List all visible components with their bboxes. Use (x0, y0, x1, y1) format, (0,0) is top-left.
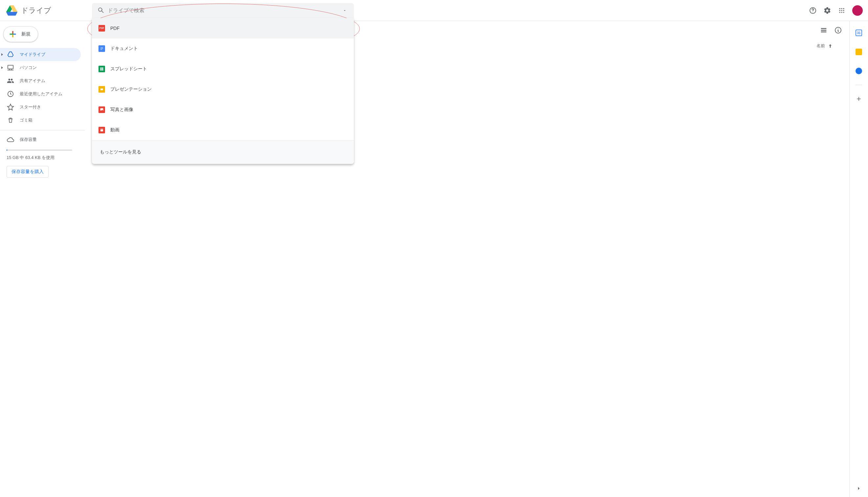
svg-point-14 (839, 12, 840, 13)
rail-collapse-icon[interactable] (852, 482, 865, 495)
new-button[interactable]: 新規 (3, 26, 38, 42)
help-icon[interactable] (806, 4, 820, 17)
plus-icon (8, 30, 17, 39)
suggestion-video[interactable]: 動画 (92, 120, 354, 140)
search-wrap: PDF PDF ドキュメント スプレッドシート プレゼンテーション (92, 3, 354, 18)
search-bar[interactable] (92, 3, 354, 18)
pdf-icon: PDF (99, 25, 105, 31)
nav: マイドライブ パソコン 共有アイテム 最近使用したアイテム (0, 48, 85, 146)
drive-logo-icon (5, 4, 18, 17)
image-icon (99, 106, 105, 113)
svg-point-16 (843, 12, 844, 13)
nav-label: 共有アイテム (20, 78, 45, 84)
sidebar-item-starred[interactable]: スター付き (0, 100, 81, 114)
tasks-icon (855, 68, 862, 74)
cloud-icon (6, 136, 14, 143)
svg-marker-2 (6, 12, 17, 15)
header-icons (806, 4, 863, 17)
info-icon[interactable] (832, 24, 845, 37)
suggestion-footer-label: もっとツールを見る (100, 149, 141, 155)
svg-point-12 (841, 10, 842, 11)
suggestion-label: PDF (110, 26, 119, 31)
search-suggestions: PDF PDF ドキュメント スプレッドシート プレゼンテーション (92, 18, 354, 164)
svg-point-7 (812, 12, 813, 13)
sidebar-item-trash[interactable]: ゴミ箱 (0, 114, 81, 127)
account-avatar[interactable] (852, 5, 863, 16)
calendar-icon: 31 (855, 30, 862, 36)
video-icon (99, 127, 105, 133)
expand-caret-icon[interactable] (1, 53, 3, 56)
suggestion-label: スプレッドシート (110, 66, 147, 72)
expand-caret-icon[interactable] (1, 66, 3, 69)
divider (855, 85, 862, 85)
suggestion-label: ドキュメント (110, 46, 138, 52)
storage-bar (6, 150, 72, 151)
nav-label: 最近使用したアイテム (20, 91, 62, 97)
rail-add-app[interactable] (852, 92, 865, 105)
column-name-label: 名前 (816, 43, 825, 49)
nav-label: パソコン (20, 65, 37, 71)
sidebar-item-computers[interactable]: パソコン (0, 61, 81, 74)
rail-app-keep[interactable] (852, 45, 865, 58)
svg-marker-1 (6, 5, 10, 12)
star-icon (6, 103, 14, 111)
suggestion-image[interactable]: 写真と画像 (92, 100, 354, 120)
brand[interactable]: ドライブ (5, 4, 87, 17)
sidebar-item-storage[interactable]: 保存容量 (0, 133, 81, 146)
suggestion-label: 写真と画像 (110, 107, 133, 113)
search-options-caret-icon[interactable] (338, 4, 351, 17)
storage-text: 15 GB 中 63.4 KB を使用 (6, 155, 78, 161)
sidebar-item-mydrive[interactable]: マイドライブ (0, 48, 81, 61)
list-view-icon[interactable] (817, 24, 830, 37)
sidebar-item-recent[interactable]: 最近使用したアイテム (0, 87, 81, 100)
spreadsheet-icon (99, 66, 105, 72)
presentation-icon (99, 86, 105, 93)
nav-label: ゴミ箱 (20, 117, 32, 123)
brand-title: ドライブ (21, 5, 51, 15)
mydrive-icon (6, 51, 14, 58)
svg-rect-5 (101, 88, 103, 90)
nav-label: マイドライブ (20, 52, 45, 57)
apps-grid-icon[interactable] (835, 4, 848, 17)
computer-icon (6, 64, 14, 71)
gear-icon[interactable] (821, 4, 834, 17)
right-rail: 31 (850, 21, 868, 497)
document-icon (99, 45, 105, 52)
arrow-up-icon (828, 43, 833, 48)
buy-storage-button[interactable]: 保存容量を購入 (6, 166, 48, 178)
suggestion-document[interactable]: ドキュメント (92, 39, 354, 59)
trash-icon (6, 117, 14, 124)
nav-label: 保存容量 (20, 137, 37, 143)
suggestion-label: 動画 (110, 127, 119, 133)
suggestion-spreadsheet[interactable]: スプレッドシート (92, 59, 354, 79)
sidebar-item-shared[interactable]: 共有アイテム (0, 74, 81, 87)
new-button-label: 新規 (21, 31, 31, 37)
svg-point-11 (839, 10, 840, 11)
rail-app-calendar[interactable]: 31 (852, 26, 865, 39)
suggestion-more-tools[interactable]: もっとツールを見る (92, 140, 354, 164)
search-input[interactable] (108, 8, 338, 13)
suggestion-presentation[interactable]: プレゼンテーション (92, 79, 354, 100)
suggestion-pdf[interactable]: PDF PDF (92, 18, 354, 39)
search-icon[interactable] (94, 4, 108, 17)
nav-label: スター付き (20, 104, 41, 110)
svg-point-10 (843, 8, 844, 9)
keep-icon (855, 48, 862, 55)
plus-icon (855, 96, 862, 102)
svg-rect-17 (8, 66, 13, 69)
header: ドライブ PDF PDF ドキュメント (0, 0, 868, 21)
svg-point-13 (843, 10, 844, 11)
rail-app-tasks[interactable] (852, 65, 865, 77)
svg-point-9 (841, 8, 842, 9)
shared-icon (6, 77, 14, 84)
divider (0, 130, 85, 130)
sidebar: 新規 マイドライブ パソコン 共有アイテム (0, 21, 85, 497)
svg-point-15 (841, 12, 842, 13)
storage-block: 15 GB 中 63.4 KB を使用 保存容量を購入 (0, 146, 85, 178)
suggestion-label: プレゼンテーション (110, 86, 152, 92)
column-name-sort[interactable]: 名前 (816, 43, 833, 49)
clock-icon (6, 90, 14, 98)
svg-point-8 (839, 8, 840, 9)
